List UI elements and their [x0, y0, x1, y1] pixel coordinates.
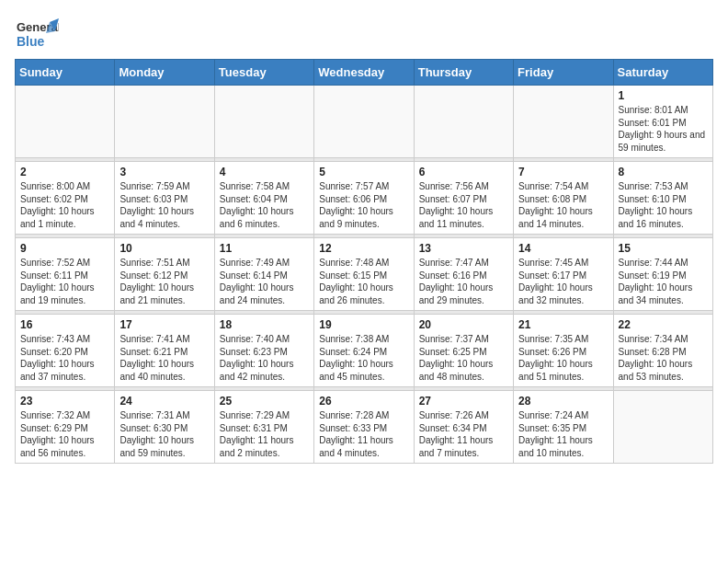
calendar-cell: 19Sunrise: 7:38 AM Sunset: 6:24 PM Dayli…: [314, 315, 414, 387]
calendar-cell: 20Sunrise: 7:37 AM Sunset: 6:25 PM Dayli…: [414, 315, 513, 387]
svg-text:Blue: Blue: [17, 34, 45, 49]
day-info: Sunrise: 7:53 AM Sunset: 6:10 PM Dayligh…: [619, 180, 708, 230]
calendar-cell: 23Sunrise: 7:32 AM Sunset: 6:29 PM Dayli…: [16, 391, 115, 464]
calendar-cell: 4Sunrise: 7:58 AM Sunset: 6:04 PM Daylig…: [214, 162, 313, 235]
calendar-cell: 10Sunrise: 7:51 AM Sunset: 6:12 PM Dayli…: [115, 238, 214, 311]
weekday-header-tuesday: Tuesday: [214, 60, 313, 86]
calendar-cell: 3Sunrise: 7:59 AM Sunset: 6:03 PM Daylig…: [115, 162, 214, 235]
day-info: Sunrise: 7:40 AM Sunset: 6:23 PM Dayligh…: [220, 333, 309, 383]
calendar-cell: 24Sunrise: 7:31 AM Sunset: 6:30 PM Dayli…: [115, 391, 214, 464]
day-number: 7: [518, 166, 608, 178]
day-number: 12: [319, 242, 408, 255]
day-number: 8: [619, 166, 708, 178]
calendar-cell: 7Sunrise: 7:54 AM Sunset: 6:08 PM Daylig…: [514, 162, 613, 235]
calendar-cell: [314, 86, 414, 158]
calendar-cell: [115, 86, 214, 158]
day-info: Sunrise: 7:31 AM Sunset: 6:30 PM Dayligh…: [119, 409, 209, 459]
calendar-cell: 6Sunrise: 7:56 AM Sunset: 6:07 PM Daylig…: [414, 162, 513, 235]
day-info: Sunrise: 7:43 AM Sunset: 6:20 PM Dayligh…: [20, 333, 109, 383]
day-number: 17: [119, 318, 209, 331]
day-number: 10: [119, 242, 209, 255]
day-info: Sunrise: 7:54 AM Sunset: 6:08 PM Dayligh…: [518, 180, 608, 230]
day-number: 16: [20, 318, 109, 331]
calendar-cell: 28Sunrise: 7:24 AM Sunset: 6:35 PM Dayli…: [514, 391, 613, 464]
calendar-cell: 12Sunrise: 7:48 AM Sunset: 6:15 PM Dayli…: [314, 238, 414, 311]
day-number: 6: [419, 166, 508, 178]
day-number: 25: [220, 395, 309, 408]
day-number: 9: [20, 242, 109, 255]
day-info: Sunrise: 7:45 AM Sunset: 6:17 PM Dayligh…: [518, 257, 608, 306]
day-info: Sunrise: 7:35 AM Sunset: 6:26 PM Dayligh…: [518, 333, 608, 383]
calendar-cell: 5Sunrise: 7:57 AM Sunset: 6:06 PM Daylig…: [314, 162, 414, 235]
calendar-cell: 8Sunrise: 7:53 AM Sunset: 6:10 PM Daylig…: [613, 162, 712, 235]
weekday-header-friday: Friday: [514, 60, 613, 86]
day-info: Sunrise: 7:32 AM Sunset: 6:29 PM Dayligh…: [20, 409, 109, 459]
day-number: 27: [419, 395, 508, 408]
day-number: 26: [319, 395, 408, 408]
calendar-cell: 15Sunrise: 7:44 AM Sunset: 6:19 PM Dayli…: [613, 238, 712, 311]
page-header: General Blue: [15, 15, 713, 52]
calendar-cell: 1Sunrise: 8:01 AM Sunset: 6:01 PM Daylig…: [613, 86, 712, 158]
calendar-cell: 14Sunrise: 7:45 AM Sunset: 6:17 PM Dayli…: [514, 238, 613, 311]
calendar-cell: [514, 86, 613, 158]
weekday-header-thursday: Thursday: [414, 60, 513, 86]
day-number: 13: [419, 242, 508, 255]
weekday-header-monday: Monday: [115, 60, 214, 86]
calendar-cell: 27Sunrise: 7:26 AM Sunset: 6:34 PM Dayli…: [414, 391, 513, 464]
day-number: 2: [20, 166, 109, 178]
day-info: Sunrise: 7:59 AM Sunset: 6:03 PM Dayligh…: [119, 180, 209, 230]
calendar-cell: 2Sunrise: 8:00 AM Sunset: 6:02 PM Daylig…: [16, 162, 115, 235]
calendar-cell: 11Sunrise: 7:49 AM Sunset: 6:14 PM Dayli…: [214, 238, 313, 311]
day-info: Sunrise: 7:37 AM Sunset: 6:25 PM Dayligh…: [419, 333, 508, 383]
day-info: Sunrise: 7:57 AM Sunset: 6:06 PM Dayligh…: [319, 180, 408, 230]
calendar: SundayMondayTuesdayWednesdayThursdayFrid…: [15, 59, 713, 464]
calendar-cell: [613, 391, 712, 464]
calendar-cell: 17Sunrise: 7:41 AM Sunset: 6:21 PM Dayli…: [115, 315, 214, 387]
day-info: Sunrise: 7:48 AM Sunset: 6:15 PM Dayligh…: [319, 257, 408, 306]
day-number: 19: [319, 318, 408, 331]
day-info: Sunrise: 8:00 AM Sunset: 6:02 PM Dayligh…: [20, 180, 109, 230]
calendar-cell: 25Sunrise: 7:29 AM Sunset: 6:31 PM Dayli…: [214, 391, 313, 464]
day-number: 4: [220, 166, 309, 178]
calendar-cell: 26Sunrise: 7:28 AM Sunset: 6:33 PM Dayli…: [314, 391, 414, 464]
day-info: Sunrise: 7:26 AM Sunset: 6:34 PM Dayligh…: [419, 409, 508, 459]
calendar-cell: 16Sunrise: 7:43 AM Sunset: 6:20 PM Dayli…: [16, 315, 115, 387]
day-info: Sunrise: 7:24 AM Sunset: 6:35 PM Dayligh…: [518, 409, 608, 459]
logo-icon: General Blue: [15, 15, 59, 52]
day-info: Sunrise: 7:38 AM Sunset: 6:24 PM Dayligh…: [319, 333, 408, 383]
calendar-cell: [414, 86, 513, 158]
weekday-header-wednesday: Wednesday: [314, 60, 414, 86]
calendar-cell: 21Sunrise: 7:35 AM Sunset: 6:26 PM Dayli…: [514, 315, 613, 387]
day-info: Sunrise: 7:47 AM Sunset: 6:16 PM Dayligh…: [419, 257, 508, 306]
day-info: Sunrise: 7:49 AM Sunset: 6:14 PM Dayligh…: [220, 257, 309, 306]
day-info: Sunrise: 7:58 AM Sunset: 6:04 PM Dayligh…: [220, 180, 309, 230]
day-number: 24: [119, 395, 209, 408]
day-number: 18: [220, 318, 309, 331]
weekday-header: SundayMondayTuesdayWednesdayThursdayFrid…: [16, 60, 713, 86]
calendar-cell: [214, 86, 313, 158]
day-info: Sunrise: 7:34 AM Sunset: 6:28 PM Dayligh…: [619, 333, 708, 383]
day-number: 28: [518, 395, 608, 408]
day-number: 3: [119, 166, 209, 178]
day-info: Sunrise: 7:44 AM Sunset: 6:19 PM Dayligh…: [619, 257, 708, 306]
calendar-week-4: 16Sunrise: 7:43 AM Sunset: 6:20 PM Dayli…: [16, 315, 713, 387]
day-info: Sunrise: 7:51 AM Sunset: 6:12 PM Dayligh…: [119, 257, 209, 306]
day-number: 23: [20, 395, 109, 408]
calendar-cell: 9Sunrise: 7:52 AM Sunset: 6:11 PM Daylig…: [16, 238, 115, 311]
calendar-week-3: 9Sunrise: 7:52 AM Sunset: 6:11 PM Daylig…: [16, 238, 713, 311]
calendar-cell: 18Sunrise: 7:40 AM Sunset: 6:23 PM Dayli…: [214, 315, 313, 387]
day-info: Sunrise: 7:52 AM Sunset: 6:11 PM Dayligh…: [20, 257, 109, 306]
day-number: 20: [419, 318, 508, 331]
weekday-header-sunday: Sunday: [16, 60, 115, 86]
weekday-header-saturday: Saturday: [613, 60, 712, 86]
day-info: Sunrise: 8:01 AM Sunset: 6:01 PM Dayligh…: [619, 104, 708, 154]
day-number: 15: [619, 242, 708, 255]
day-number: 11: [220, 242, 309, 255]
calendar-cell: [16, 86, 115, 158]
calendar-week-2: 2Sunrise: 8:00 AM Sunset: 6:02 PM Daylig…: [16, 162, 713, 235]
calendar-week-5: 23Sunrise: 7:32 AM Sunset: 6:29 PM Dayli…: [16, 391, 713, 464]
day-number: 22: [619, 318, 708, 331]
day-number: 14: [518, 242, 608, 255]
day-info: Sunrise: 7:28 AM Sunset: 6:33 PM Dayligh…: [319, 409, 408, 459]
calendar-cell: 22Sunrise: 7:34 AM Sunset: 6:28 PM Dayli…: [613, 315, 712, 387]
